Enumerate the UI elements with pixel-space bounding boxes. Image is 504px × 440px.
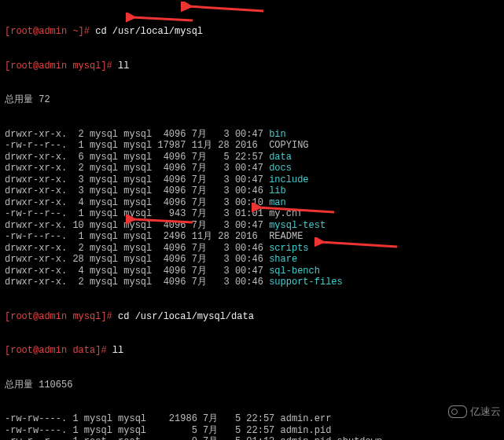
size: 17987 <box>152 140 191 151</box>
filename: admin.err <box>281 413 332 424</box>
file-listing: -rw-rw----. 1 mysql mysql 21986 7月 5 22:… <box>5 413 499 440</box>
size: 4096 <box>152 266 191 277</box>
perm: drwxr-xr-x. <box>5 185 67 196</box>
watermark: 亿速云 <box>448 405 501 418</box>
prompt-line[interactable]: [root@admin ~]# cd /usr/local/mysql <box>5 26 499 38</box>
time: 00:47 <box>235 174 269 185</box>
owner: mysql <box>90 129 123 140</box>
group: mysql <box>123 277 152 288</box>
filename: COPYING <box>269 140 308 151</box>
day: 5 <box>218 413 246 424</box>
size: 5 <box>146 425 203 436</box>
size: 4096 <box>152 129 191 140</box>
perm: drwxr-xr-x. <box>5 174 67 185</box>
prompt-user: [root@admin data]# <box>5 345 107 356</box>
time: 00:46 <box>235 254 269 265</box>
day: 5 <box>218 425 246 436</box>
perm: drwxr-xr-x. <box>5 152 67 163</box>
time: 00:46 <box>235 243 269 254</box>
perm: -rw-rw----. <box>5 413 67 424</box>
filename: man <box>269 197 286 208</box>
file-row: -rw-rw----. 1 mysql mysql 21986 7月 5 22:… <box>5 413 499 425</box>
perm: drwxr-xr-x. <box>5 254 67 265</box>
size: 4096 <box>152 185 191 196</box>
terminal-output: [root@admin ~]# cd /usr/local/mysql [roo… <box>5 3 499 440</box>
perm: -rw-r--r--. <box>5 231 67 242</box>
group: mysql <box>123 140 152 151</box>
prompt-line[interactable]: [root@admin mysql]# ll <box>5 60 499 72</box>
day: 3 <box>212 197 235 208</box>
total-line: 总用量 72 <box>5 94 499 106</box>
day: 3 <box>212 277 235 288</box>
perm: drwxr-xr-x. <box>5 163 67 174</box>
day: 3 <box>212 266 235 277</box>
perm: drwxr-xr-x. <box>5 197 67 208</box>
size: 4096 <box>152 220 191 231</box>
group: mysql <box>123 129 152 140</box>
day: 3 <box>212 129 235 140</box>
time: 2016 <box>235 140 269 151</box>
links: 28 <box>67 254 90 265</box>
file-row: drwxr-xr-x. 10 mysql mysql 4096 7月 3 00:… <box>5 220 499 232</box>
file-row: drwxr-xr-x. 6 mysql mysql 4096 7月 5 22:5… <box>5 152 499 163</box>
prompt-cmd: ll <box>107 345 124 356</box>
day: 28 <box>212 231 235 242</box>
links: 1 <box>67 208 90 219</box>
month: 11月 <box>192 231 212 242</box>
perm: drwxr-xr-x. <box>5 266 67 277</box>
watermark-text: 亿速云 <box>470 406 501 418</box>
file-row: drwxr-xr-x. 2 mysql mysql 4096 7月 3 00:4… <box>5 277 499 288</box>
links: 1 <box>67 436 84 440</box>
perm: drwxr-xr-x. <box>5 277 67 288</box>
file-row: drwxr-xr-x. 28 mysql mysql 4096 7月 3 00:… <box>5 254 499 266</box>
day: 3 <box>212 185 235 196</box>
group: root <box>118 436 146 440</box>
file-row: drwxr-xr-x. 4 mysql mysql 4096 7月 3 00:4… <box>5 266 499 277</box>
time: 00:10 <box>235 197 269 208</box>
group: mysql <box>123 266 152 277</box>
owner: mysql <box>90 140 123 151</box>
links: 2 <box>67 163 90 174</box>
cloud-icon <box>448 405 467 418</box>
filename: share <box>269 254 297 265</box>
prompt-line[interactable]: [root@admin data]# ll <box>5 345 499 357</box>
links: 2 <box>67 129 90 140</box>
size: 2496 <box>152 231 191 242</box>
owner: mysql <box>90 197 123 208</box>
prompt-line[interactable]: [root@admin mysql]# cd /usr/local/mysql/… <box>5 311 499 323</box>
links: 2 <box>67 243 90 254</box>
day: 3 <box>212 254 235 265</box>
day: 3 <box>212 163 235 174</box>
owner: mysql <box>90 231 123 242</box>
links: 10 <box>67 220 90 231</box>
size: 4096 <box>152 197 191 208</box>
owner: mysql <box>90 208 123 219</box>
file-row: -rw-r--r--. 1 mysql mysql 17987 11月 28 2… <box>5 140 499 152</box>
file-row: drwxr-xr-x. 4 mysql mysql 4096 7月 3 00:1… <box>5 197 499 209</box>
filename: my.cnf <box>269 208 303 219</box>
month: 7月 <box>192 220 212 231</box>
links: 2 <box>67 277 90 288</box>
size: 4096 <box>152 243 191 254</box>
month: 7月 <box>192 254 212 265</box>
links: 1 <box>67 231 90 242</box>
day: 5 <box>212 152 235 163</box>
month: 7月 <box>203 425 218 436</box>
size: 0 <box>146 436 203 440</box>
file-row: drwxr-xr-x. 2 mysql mysql 4096 7月 3 00:4… <box>5 163 499 174</box>
month: 7月 <box>192 277 212 288</box>
file-row: drwxr-xr-x. 2 mysql mysql 4096 7月 3 00:4… <box>5 243 499 255</box>
month: 7月 <box>203 413 218 424</box>
size: 4096 <box>152 163 191 174</box>
group: mysql <box>118 425 146 436</box>
day: 3 <box>212 208 235 219</box>
owner: mysql <box>90 254 123 265</box>
time: 22:57 <box>246 425 280 436</box>
group: mysql <box>123 220 152 231</box>
perm: drwxr-xr-x. <box>5 243 67 254</box>
filename: README <box>269 231 303 242</box>
links: 4 <box>67 197 90 208</box>
links: 3 <box>67 174 90 185</box>
perm: drwxr-xr-x. <box>5 220 67 231</box>
file-row: -rw-r--r--. 1 mysql mysql 943 7月 3 01:01… <box>5 208 499 220</box>
